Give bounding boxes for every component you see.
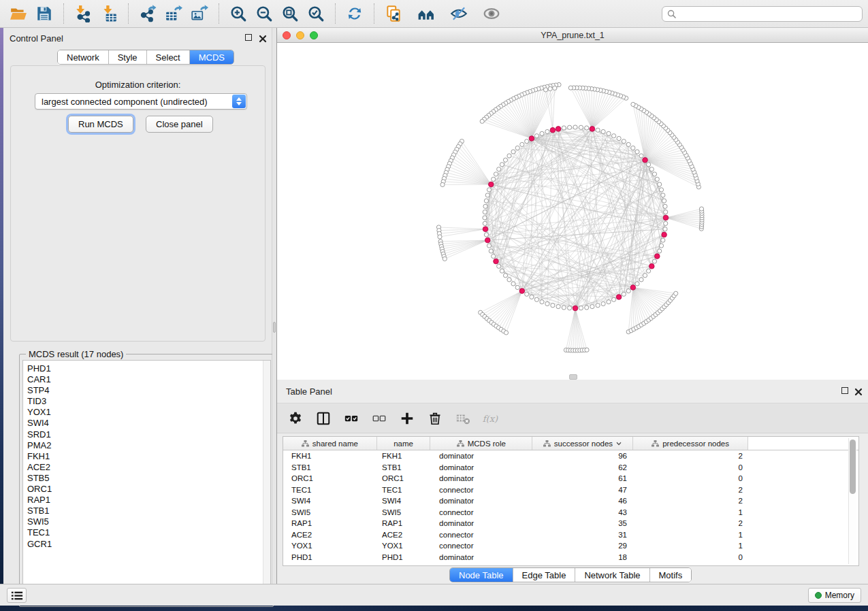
column-header-MCDS-role[interactable]: MCDS role [430, 437, 532, 450]
memory-button[interactable]: Memory [808, 588, 861, 603]
export-image-button[interactable] [187, 2, 212, 25]
table-row[interactable]: RAP1RAP1dominator352 [283, 518, 858, 529]
column-header-shared-name[interactable]: shared name [283, 437, 377, 450]
zoom-in-button[interactable] [225, 2, 251, 25]
table-cell: 35 [533, 519, 634, 527]
tab-node-table[interactable]: Node Table [450, 568, 513, 582]
tab-motifs[interactable]: Motifs [649, 568, 692, 582]
mcds-result-item[interactable]: TEC1 [27, 527, 270, 538]
column-header-successor-nodes[interactable]: successor nodes [532, 437, 633, 450]
float-panel-icon[interactable] [841, 387, 848, 394]
mcds-result-item[interactable]: CAR1 [27, 374, 270, 385]
task-history-button[interactable] [7, 588, 27, 603]
mcds-result-item[interactable]: FKH1 [27, 451, 270, 462]
zoom-fit-button[interactable] [277, 2, 303, 25]
tab-network[interactable]: Network [58, 50, 108, 64]
tab-edge-table[interactable]: Edge Table [513, 568, 575, 582]
optimization-criterion-label: Optimization criterion: [11, 80, 265, 90]
table-row[interactable]: SWI5SWI5connector431 [283, 507, 858, 518]
tab-select[interactable]: Select [146, 50, 189, 64]
table-scrollbar[interactable] [848, 438, 856, 564]
export-network-button[interactable] [135, 2, 161, 25]
mcds-result-item[interactable]: STP4 [27, 385, 270, 396]
float-panel-icon[interactable] [245, 34, 252, 41]
save-session-button[interactable] [31, 2, 57, 25]
network-canvas[interactable] [277, 43, 868, 380]
table-cell: SWI4 [377, 497, 431, 505]
zoom-out-button[interactable] [251, 2, 277, 25]
delete-columns-button[interactable] [426, 410, 444, 427]
table-row[interactable]: YOX1YOX1connector291 [283, 540, 858, 552]
column-header-name[interactable]: name [377, 437, 431, 450]
mcds-result-item[interactable]: SWI5 [27, 516, 270, 527]
export-table-button[interactable] [161, 2, 187, 25]
select-all-button[interactable] [342, 410, 360, 427]
mcds-result-item[interactable]: SRD1 [27, 429, 270, 440]
apply-layout-icon [346, 5, 364, 22]
horizontal-splitter-grip[interactable] [569, 374, 577, 380]
zoom-selected-button[interactable] [303, 2, 329, 25]
mcds-result-item[interactable]: ORC1 [27, 484, 270, 495]
search-box[interactable] [662, 6, 863, 22]
close-panel-button[interactable]: Close panel [146, 116, 213, 133]
show-columns-button[interactable] [315, 410, 332, 427]
apply-layout-button[interactable] [342, 2, 368, 25]
toolbar-separator [63, 3, 64, 24]
mcds-result-item[interactable]: PHD1 [27, 363, 270, 374]
table-panel-tabs: Node TableEdge TableNetwork TableMotifs [449, 567, 692, 582]
import-table-button[interactable] [96, 2, 122, 25]
table-mode-button[interactable] [287, 410, 304, 427]
first-neighbors-button[interactable] [413, 2, 439, 25]
deselect-all-button[interactable] [370, 410, 388, 427]
table-cell: connector [431, 508, 533, 516]
mcds-result-item[interactable]: GCR1 [27, 539, 270, 550]
mcds-result-item[interactable]: PMA2 [27, 440, 270, 451]
open-file-button[interactable] [5, 2, 31, 25]
table-cell: 1 [634, 531, 750, 539]
table-cell: RAP1 [377, 519, 431, 527]
table-row[interactable]: ORC1ORC1dominator610 [283, 473, 858, 484]
table-row[interactable]: STB1STB1dominator620 [283, 462, 858, 474]
tab-style[interactable]: Style [108, 50, 146, 64]
scrollbar-thumb[interactable] [850, 440, 856, 494]
run-mcds-button[interactable]: Run MCDS [68, 116, 133, 133]
close-panel-icon[interactable] [854, 386, 863, 395]
table-cell: YOX1 [377, 542, 431, 550]
table-cell: dominator [431, 463, 533, 472]
close-panel-icon[interactable] [259, 33, 267, 42]
vertical-splitter[interactable] [272, 28, 277, 584]
search-input[interactable] [676, 10, 857, 19]
zoom-in-icon [229, 5, 247, 22]
control-panel-title: Control Panel [10, 33, 63, 44]
mcds-result-list[interactable]: PHD1CAR1STP4TID3YOX1SWI4SRD1PMA2FKH1ACE2… [22, 360, 271, 603]
mcds-result-item[interactable]: ACE2 [27, 462, 270, 473]
mcds-result-item[interactable]: STB1 [27, 506, 270, 516]
hide-selected-button[interactable] [446, 2, 472, 25]
table-row[interactable]: SWI4SWI4dominator462 [283, 495, 858, 507]
mcds-result-item[interactable]: SWI4 [27, 418, 270, 429]
new-network-from-selection-button[interactable] [381, 2, 406, 25]
column-header-predecessor-nodes[interactable]: predecessor nodes [633, 437, 749, 450]
optimization-criterion-select[interactable]: largest connected component (undirected) [35, 93, 247, 110]
function-builder-button [482, 410, 500, 427]
mcds-result-item[interactable]: RAP1 [27, 495, 270, 506]
mcds-result-item[interactable]: STB5 [27, 473, 270, 484]
tab-network-table[interactable]: Network Table [575, 568, 649, 582]
table-row[interactable]: PHD1PHD1dominator180 [283, 552, 858, 563]
splitter-grip[interactable] [273, 322, 276, 333]
show-all-icon [483, 5, 500, 22]
tab-mcds[interactable]: MCDS [189, 50, 234, 64]
table-row[interactable]: TEC1TEC1connector472 [283, 484, 858, 496]
sort-desc-icon [616, 442, 622, 446]
table-row[interactable]: FKH1FKH1dominator962 [283, 450, 858, 462]
mcds-result-item[interactable]: YOX1 [27, 407, 270, 418]
import-network-button[interactable] [70, 2, 96, 25]
mcds-list-scrollbar[interactable] [263, 361, 270, 602]
table-cell: SWI5 [377, 508, 431, 516]
zoom-selected-icon [307, 5, 325, 22]
new-column-button[interactable] [398, 410, 416, 427]
table-row[interactable]: ACE2ACE2connector311 [283, 529, 858, 541]
mcds-result-item[interactable]: TID3 [27, 396, 270, 407]
control-panel-tabs: NetworkStyleSelectMCDS [57, 50, 234, 65]
show-all-button[interactable] [479, 2, 504, 25]
